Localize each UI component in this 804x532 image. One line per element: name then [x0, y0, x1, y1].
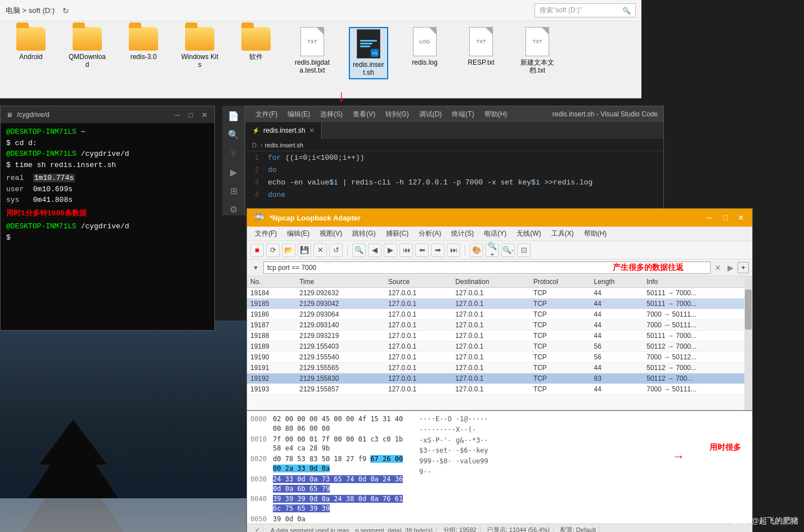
- table-row[interactable]: 19191 2129.155565 127.0.0.1 127.0.0.1 TC…: [247, 363, 752, 373]
- file-label-qmdownload: QMDownload: [68, 53, 107, 69]
- folder-icon-qmdownload: [73, 27, 102, 51]
- ws-filter-arrow-btn[interactable]: ▶: [725, 263, 735, 273]
- ws-open-btn[interactable]: 📂: [282, 244, 295, 257]
- table-row[interactable]: 19187 2129.093140 127.0.0.1 127.0.0.1 TC…: [247, 320, 752, 331]
- ws-stop-btn[interactable]: ■: [250, 244, 264, 257]
- file-software[interactable]: 软件: [236, 27, 276, 61]
- ws-menu-stats[interactable]: 统计(S): [447, 228, 478, 240]
- vscode-menu-debug[interactable]: 调试(D): [415, 109, 447, 120]
- vscode-sidebar: 📄 🔍 ⑂ ▶ ⊞ ⚙: [222, 106, 245, 215]
- ws-scrollbar-thumb[interactable]: [745, 290, 752, 330]
- ws-next-btn[interactable]: ➡: [431, 244, 444, 257]
- ws-menu-edit[interactable]: 编辑(E): [282, 228, 314, 240]
- sidebar-git-icon[interactable]: ⑂: [227, 147, 240, 159]
- ws-colorize-btn[interactable]: 🎨: [470, 244, 483, 257]
- ws-menu-capture[interactable]: 捕获(C): [381, 228, 414, 240]
- ws-menu-file[interactable]: 文件(F): [250, 228, 281, 240]
- table-row[interactable]: 19193 2129.155857 127.0.0.1 127.0.0.1 TC…: [247, 384, 752, 395]
- terminal-close-btn[interactable]: ✕: [200, 110, 209, 119]
- cell-proto: TCP: [530, 288, 591, 299]
- line-num-1: 1: [245, 154, 268, 162]
- table-row[interactable]: 19189 2129.155403 127.0.0.1 127.0.0.1 TC…: [247, 341, 752, 352]
- ws-zoom-out-btn[interactable]: 🔍-: [501, 244, 515, 257]
- cell-proto: TCP: [530, 341, 591, 352]
- ws-filter-input[interactable]: [263, 262, 711, 274]
- cell-len: 44: [591, 384, 644, 395]
- cell-dst: 127.0.0.1: [452, 363, 530, 373]
- ws-menu-phone[interactable]: 电话(Y): [479, 228, 511, 240]
- code-line-2: 2 do: [245, 166, 663, 178]
- table-row[interactable]: 19185 2129.093042 127.0.0.1 127.0.0.1 TC…: [247, 299, 752, 309]
- file-windows-kits[interactable]: Windows Kits: [180, 27, 219, 69]
- cell-proto: TCP: [530, 384, 591, 395]
- file-android[interactable]: Android: [11, 27, 51, 61]
- file-redis-log[interactable]: LOG redis.log: [405, 27, 444, 66]
- ws-first-btn[interactable]: ⏮: [399, 244, 413, 257]
- vscode-menu-terminal[interactable]: 终端(T): [447, 109, 478, 120]
- terminal-maximize-btn[interactable]: □: [186, 110, 195, 119]
- ws-maximize-btn[interactable]: □: [720, 212, 731, 223]
- table-row[interactable]: 19188 2129.093219 127.0.0.1 127.0.0.1 TC…: [247, 331, 752, 341]
- folder-icon-redis30: [129, 27, 158, 51]
- cell-no: 19188: [247, 331, 296, 341]
- cell-info: 50111 → 7000...: [643, 299, 752, 309]
- file-resp-txt[interactable]: TXT RESP.txt: [461, 27, 501, 66]
- ws-menu-tools[interactable]: 工具(X): [547, 228, 578, 240]
- ws-zoom-in-btn[interactable]: 🔍+: [486, 244, 499, 257]
- ws-menu-analyze[interactable]: 分析(A): [414, 228, 446, 240]
- file-qmdownload[interactable]: QMDownload: [68, 27, 107, 69]
- sidebar-settings-icon[interactable]: ⚙: [227, 204, 240, 215]
- cell-len: 44: [591, 288, 644, 299]
- sidebar-files-icon[interactable]: 📄: [227, 110, 240, 122]
- terminal-minimize-btn[interactable]: ─: [173, 110, 182, 119]
- file-label-windows-kits: Windows Kits: [180, 53, 219, 69]
- sidebar-extensions-icon[interactable]: ⊞: [227, 185, 240, 197]
- sidebar-search-icon[interactable]: 🔍: [227, 129, 240, 141]
- ws-zoom-reset-btn[interactable]: ⊡: [517, 244, 531, 257]
- ws-reload-btn[interactable]: ↺: [329, 244, 343, 257]
- vscode-menu-goto[interactable]: 转到(G): [381, 109, 413, 120]
- ws-filter-clear-btn[interactable]: ✕: [713, 263, 723, 273]
- ws-menu-jump[interactable]: 跳转(G): [348, 228, 380, 240]
- cell-info: 50111 → 7000...: [643, 331, 752, 341]
- ws-close-btn[interactable]: ✕: [735, 212, 747, 223]
- ws-close-file-btn[interactable]: ✕: [313, 244, 327, 257]
- table-row[interactable]: 19186 2129.093064 127.0.0.1 127.0.0.1 TC…: [247, 309, 752, 320]
- refresh-button[interactable]: ↻: [59, 4, 73, 17]
- ws-find-btn[interactable]: 🔍: [352, 244, 366, 257]
- sidebar-debug-icon[interactable]: ▶: [227, 166, 240, 178]
- vscode-menu-help[interactable]: 帮助(H): [480, 109, 512, 120]
- cell-src: 127.0.0.1: [385, 384, 452, 395]
- ws-filter-add-btn[interactable]: +: [738, 262, 749, 273]
- ws-minimize-btn[interactable]: ─: [704, 212, 715, 223]
- table-row[interactable]: 19190 2129.155540 127.0.0.1 127.0.0.1 TC…: [247, 352, 752, 363]
- vscode-tab-insert-sh[interactable]: ⚡ redis.insert.sh ✕: [245, 122, 322, 139]
- explorer-search-box[interactable]: 搜索"soft (D:)" 🔍: [534, 3, 636, 17]
- ws-menu-view[interactable]: 视图(V): [315, 228, 347, 240]
- toolbar-separator2: [465, 245, 465, 256]
- file-redis30[interactable]: redis-3.0: [124, 27, 163, 61]
- ws-go-fwd-btn[interactable]: ▶: [384, 244, 397, 257]
- table-row[interactable]: 19184 2129.092632 127.0.0.1 127.0.0.1 TC…: [247, 288, 752, 299]
- file-label-insert-sh: redis.insert.sh: [351, 61, 386, 77]
- file-new-txt[interactable]: TXT 新建文本文档.txt: [518, 27, 557, 75]
- ws-menu-wireless[interactable]: 无线(W): [512, 228, 545, 240]
- vscode-menu-file[interactable]: 文件(F): [251, 109, 282, 120]
- ws-scrollbar[interactable]: [744, 276, 752, 410]
- ws-last-btn[interactable]: ⏭: [447, 244, 460, 257]
- ws-titlebar: 🦈 *Npcap Loopback Adapter ─ □ ✕: [247, 209, 752, 227]
- file-bigdata-txt[interactable]: TXT redis.bigdata.test.txt: [293, 27, 332, 75]
- tab-close-btn[interactable]: ✕: [309, 127, 315, 134]
- table-row[interactable]: 19192 2129.155830 127.0.0.1 127.0.0.1 TC…: [247, 373, 752, 384]
- line-num-4: 4: [245, 191, 268, 199]
- ws-restart-btn[interactable]: ⟳: [266, 244, 280, 257]
- cell-len: 56: [591, 352, 644, 363]
- vscode-menu-view[interactable]: 查看(V): [348, 109, 380, 120]
- ws-go-back-btn[interactable]: ◀: [368, 244, 381, 257]
- vscode-menu-edit[interactable]: 编辑(E): [283, 109, 315, 120]
- ws-menu-help[interactable]: 帮助(H): [580, 228, 612, 240]
- vscode-menu-select[interactable]: 选择(S): [316, 109, 347, 120]
- file-insert-sh[interactable]: VS redis.insert.sh: [349, 27, 388, 79]
- ws-save-btn[interactable]: 💾: [298, 244, 311, 257]
- ws-prev-btn[interactable]: ⬅: [415, 244, 429, 257]
